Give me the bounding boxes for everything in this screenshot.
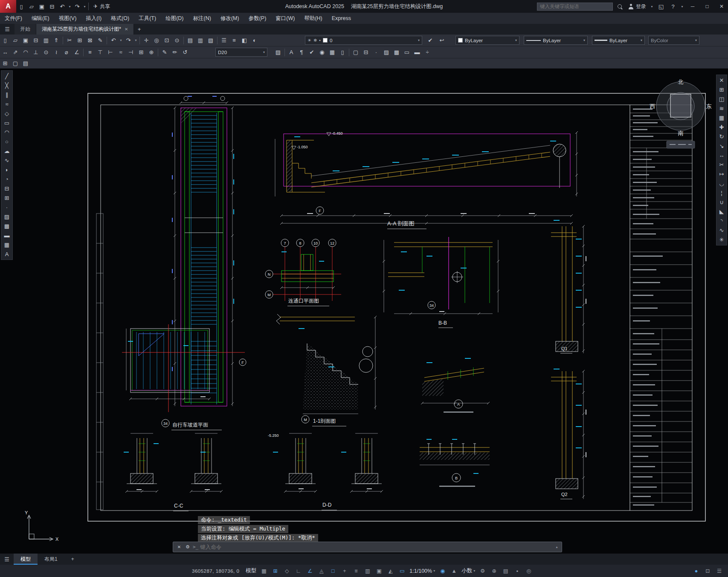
new-tab-icon[interactable]: + [134, 25, 144, 34]
trim-icon[interactable]: ✂ [716, 160, 727, 169]
pan-icon[interactable]: ✛ [141, 36, 151, 45]
command-expand-icon[interactable]: ▴ [554, 542, 559, 552]
properties-icon[interactable]: ▤ [185, 36, 195, 45]
chamfer-icon[interactable]: ◣ [716, 207, 727, 216]
dim-update-icon[interactable]: ↺ [180, 48, 190, 57]
layer-properties-icon[interactable]: ☰ [219, 36, 229, 45]
annotation-visibility-icon[interactable]: ◉ [437, 566, 448, 576]
layer-dropdown[interactable]: ☀ ❄ ▪ 0 ▾ [305, 36, 422, 45]
copy-clip-icon[interactable]: ⊞ [75, 36, 85, 45]
spline-tool-icon[interactable]: ∿ [2, 156, 12, 165]
boundary-icon[interactable]: ▭ [402, 48, 412, 57]
gradient-tool-icon[interactable]: ▩ [392, 48, 402, 57]
blend-curves-icon[interactable]: ∿ [716, 226, 727, 235]
region-tool-icon[interactable]: ▬ [412, 48, 422, 57]
tab-close-icon[interactable]: ✕ [125, 27, 128, 32]
named-views-icon[interactable]: ▢ [10, 59, 20, 68]
color-dropdown[interactable]: ByLayer ▾ [455, 36, 519, 45]
hatch-tool-icon[interactable]: ▨ [381, 48, 392, 57]
menu-express[interactable]: Express [327, 13, 356, 24]
lock-ui-icon[interactable]: ▪ [512, 566, 522, 576]
grid-toggle-icon[interactable]: ▦ [258, 566, 269, 576]
multiline-icon[interactable]: ∥ [2, 90, 12, 99]
array-icon[interactable]: ▦ [716, 113, 727, 122]
field-icon[interactable]: ▯ [337, 48, 348, 57]
menu-insert[interactable]: 插入(I) [81, 13, 106, 24]
dim-radius-icon[interactable]: ⊙ [41, 48, 51, 57]
isodraft-icon[interactable]: ◬ [316, 566, 327, 576]
make-block-icon[interactable]: ⊞ [2, 193, 12, 202]
help-chevron-icon[interactable]: ▾ [680, 2, 684, 11]
make-layer-current-icon[interactable]: ✔ [425, 36, 435, 45]
selection-cycling-icon[interactable]: ▣ [374, 566, 384, 576]
table-tool-icon[interactable]: ▦ [327, 48, 337, 57]
insert-icon[interactable]: ⊟ [361, 48, 371, 57]
erase-icon[interactable]: ✕ [716, 76, 727, 85]
annotation-scale-display[interactable]: 1:1/100% ▾ [408, 566, 436, 576]
dim-space-icon[interactable]: ≈ [116, 48, 126, 57]
plotstyle-dropdown[interactable]: ByColor ▾ [648, 36, 699, 45]
table-icon[interactable]: ▦ [2, 240, 12, 249]
cut-icon[interactable]: ✂ [64, 36, 75, 45]
dim-linear-icon[interactable]: ↔ [0, 48, 10, 57]
clean-screen-icon[interactable]: ⊡ [702, 566, 713, 576]
break-point-icon[interactable]: ◡ [716, 179, 727, 188]
polar-tracking-icon[interactable]: ∠ [305, 566, 315, 576]
point-style-icon[interactable]: ∙ [371, 48, 381, 57]
plot-preview-icon[interactable]: ▥ [41, 36, 51, 45]
new-file-icon[interactable]: ▯ [16, 2, 26, 11]
help-icon[interactable]: ? [668, 2, 678, 11]
dim-style-manager-icon[interactable]: ▨ [273, 48, 283, 57]
command-input[interactable] [200, 544, 553, 550]
redo-list-chevron-icon[interactable]: ▾ [133, 36, 138, 45]
minimize-button[interactable]: ─ [686, 0, 699, 13]
layer-states-icon[interactable]: ≡ [229, 36, 239, 45]
save-icon[interactable]: ▣ [37, 2, 47, 11]
app-store-icon[interactable]: ◱ [656, 2, 666, 11]
mirror-icon[interactable]: ◫ [716, 95, 727, 104]
find-replace-icon[interactable]: ◉ [317, 48, 327, 57]
copy-icon[interactable]: ⊞ [716, 85, 727, 94]
menu-window[interactable]: 窗口(W) [271, 13, 299, 24]
open-icon[interactable]: ▱ [10, 36, 20, 45]
units-dropdown[interactable]: 小数 ▾ [460, 566, 476, 576]
undo-icon[interactable]: ↶ [57, 2, 67, 11]
linetype-dropdown[interactable]: ByLayer ▾ [524, 36, 588, 45]
rotate-icon[interactable]: ↻ [716, 132, 727, 141]
menu-help[interactable]: 帮助(H) [299, 13, 327, 24]
menu-view[interactable]: 视图(V) [54, 13, 81, 24]
menu-modify[interactable]: 修改(M) [216, 13, 244, 24]
mtext-icon[interactable]: A [2, 250, 12, 259]
transparency-toggle-icon[interactable]: ▥ [362, 566, 373, 576]
layer-off-icon[interactable]: ◐ [249, 36, 260, 45]
dim-aligned-icon[interactable]: ⇗ [10, 48, 20, 57]
workspace-gear-icon[interactable]: ⚙ [477, 566, 488, 576]
viewports-icon[interactable]: ⊞ [0, 59, 10, 68]
fillet-icon[interactable]: ◝ [716, 216, 727, 225]
otrack-toggle-icon[interactable]: + [339, 566, 350, 576]
customization-icon[interactable]: ☰ [714, 566, 725, 576]
open-file-icon[interactable]: ▱ [26, 2, 37, 11]
menu-edit[interactable]: 编辑(E) [27, 13, 54, 24]
move-icon[interactable]: ✚ [716, 123, 727, 132]
dim-ordinate-icon[interactable]: ⊥ [31, 48, 41, 57]
zoom-window-icon[interactable]: ⊡ [162, 36, 172, 45]
dim-baseline-icon[interactable]: ⊤ [95, 48, 105, 57]
single-text-icon[interactable]: A [286, 48, 296, 57]
undo-chevron-icon[interactable]: ▾ [67, 2, 72, 11]
menu-dimension[interactable]: 标注(N) [189, 13, 216, 24]
dim-style-dropdown[interactable]: D20 ▾ [215, 48, 267, 57]
redo-chevron-icon[interactable]: ▾ [82, 2, 87, 11]
line-tool-icon[interactable]: ╱ [2, 72, 12, 81]
zoom-previous-icon[interactable]: ⊙ [172, 36, 182, 45]
dim-arc-icon[interactable]: ◠ [20, 48, 31, 57]
extend-icon[interactable]: ↦ [716, 170, 727, 179]
region-icon[interactable]: ▬ [2, 231, 12, 240]
circle-tool-icon[interactable]: ○ [2, 137, 12, 146]
revision-cloud-icon[interactable]: ☁ [2, 147, 12, 156]
menu-format[interactable]: 格式(O) [106, 13, 134, 24]
layout-menu-icon[interactable]: ☰ [0, 554, 14, 564]
share-button[interactable]: ✈ 共享 [90, 3, 113, 10]
search-icon[interactable] [615, 2, 625, 11]
isolate-objects-icon[interactable]: ◎ [523, 566, 534, 576]
